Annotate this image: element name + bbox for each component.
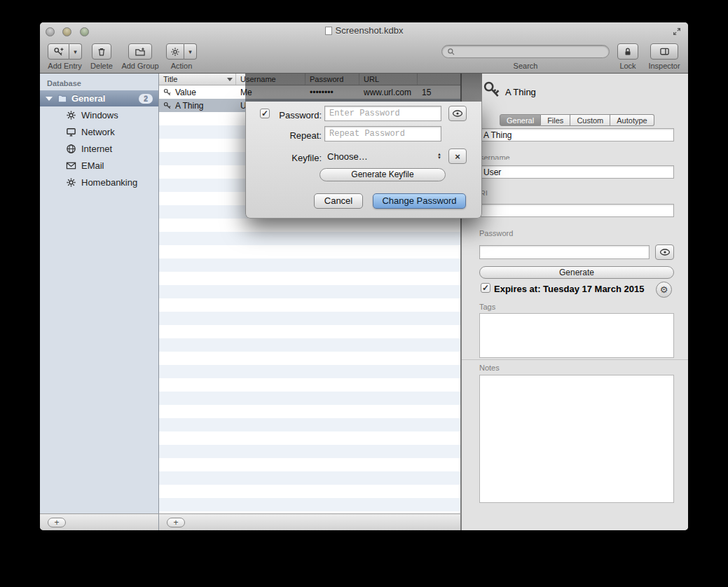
- search-input[interactable]: [459, 47, 604, 57]
- sidebar-item-label: Windows: [81, 110, 118, 120]
- globe-icon: [66, 144, 76, 154]
- generate-password-button[interactable]: Generate: [479, 266, 674, 279]
- gear-icon: [170, 47, 180, 57]
- inspector-entry-title: A Thing: [505, 87, 536, 97]
- check-icon: ✓: [481, 284, 490, 293]
- sidebar-item-network[interactable]: Network: [40, 123, 158, 140]
- entry-title-cell: Value: [175, 88, 196, 97]
- tab-general[interactable]: General: [500, 114, 541, 126]
- search-field[interactable]: [441, 45, 610, 58]
- folder-icon: [57, 94, 68, 104]
- url-field[interactable]: [479, 204, 674, 217]
- trash-icon: [97, 47, 107, 57]
- tab-files[interactable]: Files: [541, 114, 570, 126]
- envelope-icon: [66, 160, 76, 171]
- entry-key-icon: [483, 81, 501, 100]
- sidebar-item-windows[interactable]: Windows: [40, 106, 158, 123]
- clear-keyfile-button[interactable]: ×: [448, 149, 467, 164]
- change-password-sheet: ✓ Password: Repeat: Keyfile: Choose… ▲ ▼…: [245, 102, 482, 219]
- tab-autotype[interactable]: Autotype: [610, 114, 654, 126]
- inspector-button[interactable]: [650, 43, 678, 60]
- add-entry-dropdown[interactable]: ▾: [69, 43, 82, 60]
- window-title: Screenshot.kdbx: [336, 25, 404, 36]
- inspector-panel: A Thing General Files Custom Autotype Us…: [461, 74, 688, 530]
- homebanking-gear-icon: [66, 177, 76, 188]
- add-group-button[interactable]: [128, 43, 152, 60]
- sidebar-item-homebanking[interactable]: Homebanking: [40, 174, 158, 191]
- sidebar-item-email[interactable]: EMail: [40, 157, 158, 174]
- sidebar-header: Database: [40, 74, 158, 90]
- keyfile-selected-value: Choose…: [324, 151, 437, 162]
- tags-label: Tags: [479, 303, 495, 311]
- sheet-repeat-input[interactable]: [324, 126, 441, 141]
- sidebar-item-label: Internet: [81, 144, 112, 154]
- sheet-keyfile-label: Keyfile:: [267, 153, 322, 163]
- key-icon: [163, 88, 172, 97]
- stepper-icon: ▲ ▼: [437, 153, 441, 160]
- entry-title-cell: A Thing: [175, 101, 203, 111]
- add-entry-button[interactable]: [48, 43, 69, 60]
- eye-icon: [452, 109, 463, 118]
- add-group-label: Add Group: [121, 62, 158, 70]
- window-title-area: Screenshot.kdbx: [40, 25, 688, 36]
- delete-button[interactable]: [92, 43, 111, 60]
- lock-label: Lock: [619, 62, 636, 70]
- action-label: Action: [171, 62, 193, 70]
- delete-label: Delete: [90, 62, 113, 70]
- cancel-button[interactable]: Cancel: [314, 193, 363, 209]
- sidebar-bottom-bar: +: [40, 513, 159, 530]
- document-icon: [325, 27, 332, 35]
- inspector-label: Inspector: [648, 62, 680, 70]
- username-label-wrap: Username: [479, 151, 542, 160]
- inspector-panel-icon: [659, 46, 670, 57]
- title-field[interactable]: [479, 128, 674, 141]
- fullscreen-icon[interactable]: [672, 27, 682, 36]
- entry-list-bottom-bar: +: [159, 513, 461, 530]
- disclosure-triangle-icon[interactable]: [46, 97, 53, 101]
- inspector-divider: [462, 359, 688, 360]
- sidebar-group-general[interactable]: General 2: [40, 90, 158, 106]
- sheet-shadow-overlay: [245, 74, 482, 102]
- action-dropdown[interactable]: ▾: [184, 43, 197, 60]
- group-count-badge: 2: [139, 94, 153, 104]
- gear-icon: ⚙: [660, 284, 668, 295]
- username-label: Username: [479, 153, 510, 160]
- sheet-password-input[interactable]: [324, 106, 441, 121]
- keyfile-popup-button[interactable]: Choose… ▲ ▼: [324, 149, 441, 164]
- search-label: Search: [514, 62, 538, 70]
- windows-gear-icon: [66, 110, 76, 120]
- tab-custom[interactable]: Custom: [570, 114, 610, 126]
- key-icon: [163, 102, 172, 110]
- sort-indicator-icon: [227, 78, 233, 81]
- username-field[interactable]: [479, 165, 674, 179]
- eye-icon: [659, 248, 671, 256]
- sheet-reveal-password-button[interactable]: [448, 106, 467, 121]
- add-entry-plus-button[interactable]: +: [167, 518, 185, 527]
- column-header-title[interactable]: Title: [159, 74, 236, 85]
- close-icon: ×: [455, 151, 460, 162]
- expires-settings-button[interactable]: ⚙: [656, 282, 672, 298]
- sheet-password-label: Password:: [267, 110, 322, 120]
- sidebar: Database General 2 Windows Network: [40, 74, 159, 513]
- generate-keyfile-button[interactable]: Generate Keyfile: [320, 168, 446, 181]
- add-entry-label: Add Entry: [48, 62, 81, 70]
- sheet-repeat-label: Repeat:: [267, 130, 322, 141]
- tags-input[interactable]: [479, 313, 674, 358]
- change-password-button[interactable]: Change Password: [373, 193, 466, 209]
- sidebar-item-internet[interactable]: Internet: [40, 140, 158, 157]
- notes-input[interactable]: [479, 375, 674, 503]
- lock-button[interactable]: [617, 43, 638, 60]
- reveal-password-button[interactable]: [655, 244, 674, 260]
- inspector-tabs: General Files Custom Autotype: [500, 114, 654, 126]
- action-button[interactable]: [166, 43, 184, 60]
- network-monitor-icon: [66, 127, 76, 137]
- password-label: Password: [479, 229, 513, 237]
- add-group-plus-button[interactable]: +: [48, 518, 66, 527]
- password-field[interactable]: [479, 245, 650, 259]
- expires-checkbox[interactable]: ✓: [481, 283, 490, 293]
- expires-label: Expires at: Tuesday 17 March 2015: [494, 284, 644, 294]
- search-icon: [447, 48, 455, 56]
- url-label-wrap: URL: [479, 186, 542, 195]
- sidebar-item-label: Homebanking: [81, 177, 137, 188]
- titlebar-toolbar: Screenshot.kdbx ▾ Add Entry: [40, 22, 688, 74]
